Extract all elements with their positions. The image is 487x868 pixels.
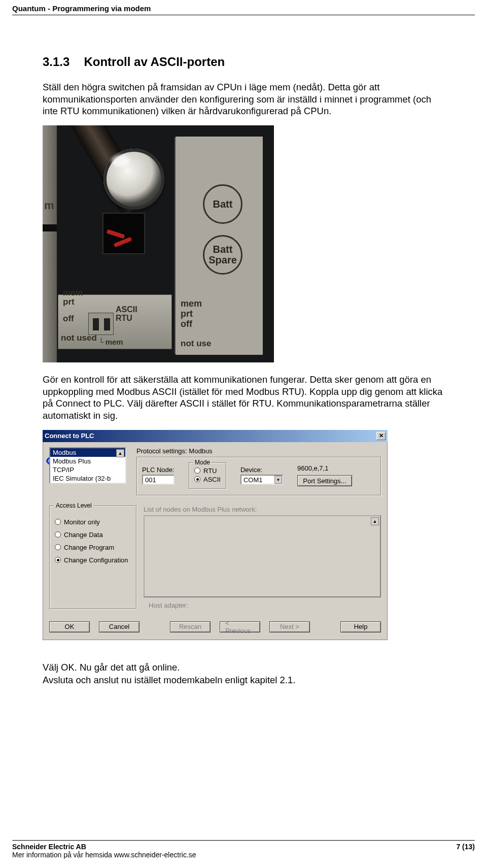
photo-edge-letter: m [44, 199, 54, 212]
ok-button[interactable]: OK [49, 621, 90, 632]
label-rtu: RTU [116, 314, 132, 322]
ascii-rtu-labels: ASCII RTU [116, 305, 137, 323]
batt-label-circle: Batt [203, 184, 242, 224]
dialog-titlebar: Connect to PLC ✕ [43, 430, 388, 442]
photo-chassis-edge [43, 125, 57, 362]
right-panel: Batt BattSpare mem prt off not use [175, 137, 263, 355]
access-change-program-radio[interactable]: Change Program [55, 544, 131, 551]
close-icon[interactable]: ✕ [376, 432, 386, 440]
right-label-off: off [181, 319, 192, 329]
cancel-button[interactable]: Cancel [99, 621, 140, 632]
rescan-button[interactable]: Rescan [170, 621, 211, 632]
device-value: COM1 [244, 476, 263, 484]
nodes-listbox[interactable]: ▲ [144, 515, 381, 597]
help-button[interactable]: Help [340, 621, 381, 632]
paragraph-3a: Välj OK. Nu går det att gå online. [43, 661, 444, 674]
page-content: 3.1.3 Kontroll av ASCII-porten Ställ den… [0, 15, 487, 686]
nodes-list-label: List of nodes on Modbus Plus network: [144, 506, 381, 513]
chevron-down-icon: ▼ [274, 476, 282, 484]
batt2-line1: Batt [213, 244, 233, 255]
dialog-button-row: OK Cancel Rescan < Previous Next > Help [49, 621, 381, 632]
page-header-title: Quantum - Programmering via modem [0, 0, 487, 15]
access-chg-data-label: Change Data [64, 531, 103, 539]
mem-small-text: mem [106, 338, 123, 346]
protocol-option-iec[interactable]: IEC Simulator (32-b [50, 474, 125, 483]
right-switch-labels: mem prt off [181, 299, 202, 329]
footer-company: Schneider Electric AB [12, 843, 196, 851]
mem-small-label: └mem [98, 338, 123, 346]
gauge-reflection [112, 155, 130, 167]
dip-slot [93, 318, 99, 330]
label-off: off [63, 314, 74, 324]
dip-slot [104, 318, 110, 330]
access-change-data-radio[interactable]: Change Data [55, 531, 131, 539]
scroll-up-icon[interactable]: ▲ [371, 517, 379, 525]
footer-divider [12, 840, 475, 841]
mode-rtu-label: RTU [203, 467, 217, 475]
right-label-mem: mem [181, 298, 202, 309]
section-title: Kontroll av ASCII-porten [84, 55, 225, 69]
protocol-settings-label: Protocol settings: Modbus [136, 447, 381, 455]
next-button[interactable]: Next > [269, 621, 310, 632]
paragraph-3b: Avsluta och anslut nu istället modemkabe… [43, 674, 444, 686]
access-chg-conf-label: Change Configuration [64, 556, 128, 564]
device-label: Device: [240, 466, 283, 474]
access-monitor-label: Monitor only [64, 518, 100, 526]
dialog-title: Connect to PLC [45, 432, 94, 440]
protocol-option-modbus-plus[interactable]: Modbus Plus [50, 457, 125, 465]
dialog-body: ▲ Modbus Modbus Plus TCP/IP IEC Simulato… [43, 442, 388, 640]
photo-edge-gap [43, 224, 57, 231]
port-settings-button[interactable]: Port Settings... [297, 475, 352, 486]
dip-switch-block [88, 313, 114, 335]
access-chg-prog-label: Change Program [64, 544, 114, 551]
memprt-1: mem [63, 288, 83, 297]
plc-node-input[interactable]: 001 [142, 475, 175, 485]
protocol-settings-group: PLC Node: 001 Mode RTU ASCII Device: [136, 457, 381, 495]
access-level-legend: Access Level [54, 502, 94, 509]
section-number: 3.1.3 [43, 55, 69, 69]
mode-ascii-label: ASCII [203, 476, 221, 483]
access-monitor-radio[interactable]: Monitor only [55, 518, 131, 526]
radio-icon [55, 531, 61, 538]
protocol-option-modbus[interactable]: Modbus [50, 448, 125, 457]
radio-icon [55, 544, 61, 550]
mode-legend: Mode [193, 459, 212, 466]
radio-icon [194, 476, 200, 482]
mode-group: Mode RTU ASCII [189, 462, 226, 489]
protocol-option-tcpip[interactable]: TCP/IP [50, 465, 125, 474]
device-combo[interactable]: COM1 ▼ [240, 475, 283, 485]
paragraph-1: Ställ den högra switchen på framsidan av… [43, 81, 444, 117]
paragraph-2: Gör en kontroll för att säkerställa att … [43, 374, 444, 422]
label-mem-prt: mem prt [63, 288, 83, 307]
batt2-line2: Spare [208, 254, 237, 265]
previous-button[interactable]: < Previous [220, 621, 260, 632]
batt-spare-label-circle: BattSpare [203, 235, 242, 275]
baud-text: 9600,e,7,1 [297, 464, 328, 472]
footer-page-number: 7 (13) [456, 843, 475, 859]
hardware-photo: m Batt BattSpare mem prt off not use mem… [43, 125, 274, 362]
memprt-2: prt [63, 297, 75, 307]
plc-node-label: PLC Node: [142, 466, 175, 474]
access-change-config-radio[interactable]: Change Configuration [55, 556, 131, 564]
section-heading: 3.1.3 Kontroll av ASCII-porten [43, 55, 444, 69]
host-adapter-label: Host adapter: [149, 602, 381, 609]
page-footer: Schneider Electric AB Mer information på… [12, 840, 475, 859]
right-not-use-label: not use [181, 339, 211, 349]
footer-more-info: Mer information på vår hemsida www.schne… [12, 851, 196, 859]
mode-rtu-radio[interactable]: RTU [194, 467, 221, 475]
protocol-listbox[interactable]: ▲ Modbus Modbus Plus TCP/IP IEC Simulato… [49, 447, 126, 484]
connect-dialog: Connect to PLC ✕ ▲ Modbus Modbus Plus TC… [43, 430, 388, 640]
mode-ascii-radio[interactable]: ASCII [194, 476, 221, 483]
radio-icon [55, 519, 61, 525]
scroll-up-icon[interactable]: ▲ [116, 449, 124, 457]
radio-icon [55, 557, 61, 563]
right-label-prt: prt [181, 309, 193, 319]
label-ascii: ASCII [116, 305, 137, 314]
access-level-group: Access Level Monitor only Change Data Ch… [49, 506, 136, 609]
radio-icon [194, 468, 200, 474]
